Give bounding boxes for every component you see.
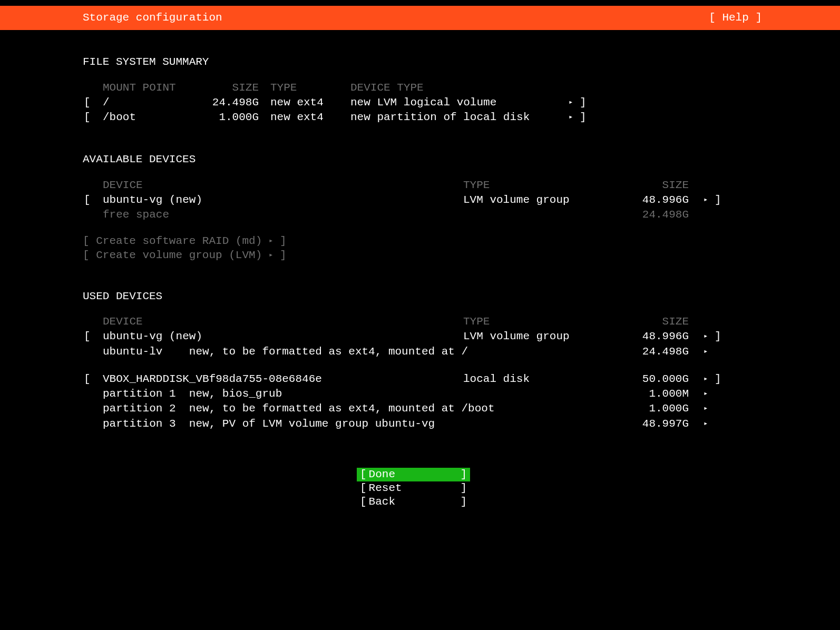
device-type: LVM volume group [463, 193, 632, 207]
device-size: 48.996G [633, 330, 689, 343]
fs-summary-table: MOUNT POINT SIZE TYPE DEVICE TYPE [ / 24… [83, 80, 588, 126]
used-row[interactable]: [ VBOX_HARDDISK_VBf98da755-08e6846e loca… [84, 372, 721, 386]
device-size: 1.000G [633, 402, 689, 416]
fs-mount: / [103, 96, 206, 110]
chevron-right-icon: ▸ [704, 404, 708, 414]
device-size: 24.498G [633, 345, 689, 359]
chevron-right-icon: ▸ [569, 98, 573, 107]
device-type: LVM volume group [463, 330, 632, 343]
used-header-row: DEVICE TYPE SIZE [84, 315, 721, 329]
used-heading: USED DEVICES [83, 290, 659, 303]
col-type: TYPE [463, 315, 632, 329]
used-row[interactable]: partition 1 new, bios_grub 1.000M ▸ [84, 387, 721, 401]
option-label: Create volume group (LVM) [96, 249, 262, 261]
fs-size: 1.000G [207, 111, 269, 124]
chevron-right-icon: ▸ [704, 375, 708, 384]
col-type: TYPE [463, 179, 632, 192]
avail-header-row: DEVICE TYPE SIZE [84, 179, 721, 192]
fs-row[interactable]: [ /boot 1.000G new ext4 new partition of… [84, 111, 587, 124]
fs-header-row: MOUNT POINT SIZE TYPE DEVICE TYPE [84, 81, 587, 95]
col-size: SIZE [633, 179, 689, 192]
col-type: TYPE [270, 81, 349, 95]
chevron-right-icon: ▸ [569, 113, 573, 122]
col-device: DEVICE [103, 179, 462, 192]
content-area: FILE SYSTEM SUMMARY MOUNT POINT SIZE TYP… [0, 30, 659, 509]
used-row[interactable]: ubuntu-lv new, to be formatted as ext4, … [84, 345, 721, 359]
col-mount: MOUNT POINT [103, 81, 206, 95]
device-name: partition 3 new, PV of LVM volume group … [103, 417, 632, 431]
create-raid-option[interactable]: [ Create software RAID (md) ▸ ] [83, 234, 659, 248]
avail-row: free space 24.498G [84, 208, 721, 222]
chevron-right-icon: ▸ [269, 251, 273, 260]
done-button[interactable]: [Done] [357, 468, 470, 481]
chevron-right-icon: ▸ [704, 332, 708, 341]
available-heading: AVAILABLE DEVICES [83, 153, 659, 166]
used-table: DEVICE TYPE SIZE [ ubuntu-vg (new) LVM v… [83, 314, 722, 432]
button-label: Reset [367, 481, 461, 495]
available-table: DEVICE TYPE SIZE [ ubuntu-vg (new) LVM v… [83, 178, 722, 223]
col-dtype: DEVICE TYPE [350, 81, 568, 95]
help-button[interactable]: [ Help ] [709, 11, 762, 25]
fs-summary-heading: FILE SYSTEM SUMMARY [83, 55, 659, 69]
chevron-right-icon: ▸ [269, 237, 273, 246]
create-lvm-option[interactable]: [ Create volume group (LVM) ▸ ] [83, 249, 659, 262]
device-name: ubuntu-lv new, to be formatted as ext4, … [103, 345, 632, 359]
page-title: Storage configuration [83, 11, 222, 25]
device-name: partition 2 new, to be formatted as ext4… [103, 402, 632, 416]
fs-type: new ext4 [270, 96, 349, 110]
device-name: ubuntu-vg (new) [103, 193, 462, 207]
chevron-right-icon: ▸ [704, 347, 708, 357]
fs-dtype: new partition of local disk [350, 111, 568, 124]
used-row[interactable]: [ ubuntu-vg (new) LVM volume group 48.99… [84, 330, 721, 343]
fs-row[interactable]: [ / 24.498G new ext4 new LVM logical vol… [84, 96, 587, 110]
device-name: free space [103, 208, 462, 222]
button-label: Done [367, 468, 461, 481]
header-bar: Storage configuration [ Help ] [0, 6, 840, 30]
used-row[interactable]: partition 2 new, to be formatted as ext4… [84, 402, 721, 416]
button-label: Back [367, 495, 461, 509]
button-column: [Done] [Reset] [Back] [357, 468, 470, 509]
col-size: SIZE [207, 81, 269, 95]
option-label: Create software RAID (md) [96, 235, 262, 247]
fs-mount: /boot [103, 111, 206, 124]
chevron-right-icon: ▸ [704, 389, 708, 399]
back-button[interactable]: [Back] [357, 495, 470, 509]
fs-dtype: new LVM logical volume [350, 96, 568, 110]
device-size: 24.498G [633, 208, 689, 222]
chevron-right-icon: ▸ [704, 195, 708, 205]
device-name: VBOX_HARDDISK_VBf98da755-08e6846e [103, 372, 462, 386]
device-size: 48.997G [633, 417, 689, 431]
device-size: 50.000G [633, 372, 689, 386]
fs-type: new ext4 [270, 111, 349, 124]
col-size: SIZE [633, 315, 689, 329]
device-size: 48.996G [633, 193, 689, 207]
fs-size: 24.498G [207, 96, 269, 110]
chevron-right-icon: ▸ [704, 419, 708, 429]
avail-row[interactable]: [ ubuntu-vg (new) LVM volume group 48.99… [84, 193, 721, 207]
device-type: local disk [463, 372, 632, 386]
used-row[interactable]: partition 3 new, PV of LVM volume group … [84, 417, 721, 431]
device-name: partition 1 new, bios_grub [103, 387, 632, 401]
col-device: DEVICE [103, 315, 462, 329]
device-size: 1.000M [633, 387, 689, 401]
device-name: ubuntu-vg (new) [103, 330, 462, 343]
reset-button[interactable]: [Reset] [357, 481, 470, 495]
